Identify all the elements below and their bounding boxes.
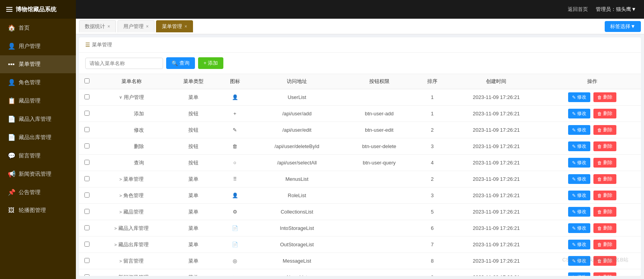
admin-info[interactable]: 管理员：猫头鹰▼	[596, 6, 636, 13]
expand-icon[interactable]: ∨	[119, 95, 122, 100]
row-checkbox[interactable]	[84, 160, 89, 165]
cell-actions: ✎ 修改 🗑 删除	[544, 187, 641, 204]
delete-icon: 🗑	[597, 258, 602, 264]
delete-button[interactable]: 🗑 删除	[593, 207, 616, 217]
sidebar-item-user[interactable]: 👤 用户管理	[0, 37, 76, 55]
tag-select-button[interactable]: 标签选择▼	[605, 21, 641, 32]
row-checkbox[interactable]	[84, 176, 89, 181]
cell-icon: 🗑	[218, 138, 251, 155]
edit-label: 修改	[577, 258, 586, 264]
row-checkbox[interactable]	[84, 111, 89, 116]
row-checkbox[interactable]	[84, 258, 89, 263]
row-checkbox-cell	[79, 253, 95, 269]
hamburger-icon[interactable]	[6, 7, 12, 12]
edit-button[interactable]: ✎ 修改	[568, 109, 590, 118]
query-button[interactable]: 🔍 查询	[166, 57, 195, 69]
cell-url: UserList	[251, 89, 343, 106]
cell-name: > 角色管理	[95, 187, 168, 204]
sidebar-item-menu[interactable]: ▪▪▪ 菜单管理	[0, 55, 76, 73]
expand-icon[interactable]: >	[119, 259, 122, 263]
delete-label: 删除	[603, 143, 612, 150]
edit-button[interactable]: ✎ 修改	[568, 207, 590, 217]
edit-button[interactable]: ✎ 修改	[568, 272, 590, 276]
menu-icon: ▪▪▪	[8, 61, 15, 68]
delete-button[interactable]: 🗑 删除	[593, 92, 616, 102]
th-图标: 图标	[218, 74, 251, 89]
select-all-checkbox[interactable]	[84, 78, 89, 83]
delete-button[interactable]: 🗑 删除	[593, 158, 616, 168]
delete-button[interactable]: 🗑 删除	[593, 109, 616, 118]
row-checkbox[interactable]	[84, 127, 89, 132]
tab-close-icon[interactable]: ×	[107, 24, 110, 29]
cell-type: 菜单	[168, 253, 218, 269]
row-checkbox[interactable]	[84, 94, 89, 99]
cell-actions: ✎ 修改 🗑 删除	[544, 237, 641, 253]
edit-button[interactable]: ✎ 修改	[568, 92, 590, 102]
delete-button[interactable]: 🗑 删除	[593, 256, 616, 266]
sidebar-item-role[interactable]: 👤 角色管理	[0, 73, 76, 92]
tab-close-icon[interactable]: ×	[184, 24, 187, 29]
cell-perm: btn-user-edit	[342, 122, 416, 138]
tab-菜单管理[interactable]: 菜单管理×	[156, 20, 193, 32]
tabs-bar: 数据统计×用户管理×菜单管理× 标签选择▼	[76, 19, 644, 34]
delete-label: 删除	[603, 176, 612, 182]
delete-button[interactable]: 🗑 删除	[593, 141, 616, 151]
row-checkbox[interactable]	[84, 274, 89, 276]
cell-sort: 2	[416, 171, 449, 187]
edit-icon: ✎	[572, 242, 576, 247]
row-checkbox[interactable]	[84, 242, 89, 247]
row-checkbox[interactable]	[84, 143, 89, 148]
cell-sort: 7	[416, 237, 449, 253]
expand-icon[interactable]: >	[119, 210, 122, 214]
edit-button[interactable]: ✎ 修改	[568, 158, 590, 168]
edit-button[interactable]: ✎ 修改	[568, 256, 590, 266]
menu-name: 藏品管理	[123, 208, 144, 215]
expand-icon[interactable]: >	[119, 177, 122, 182]
table-row: 添加 按钮 + /api/user/add btn-user-add 1 202…	[79, 106, 641, 122]
delete-button[interactable]: 🗑 删除	[593, 125, 616, 135]
sidebar-item-news[interactable]: 📢 新闻资讯管理	[0, 165, 76, 183]
expand-icon[interactable]: >	[114, 226, 117, 231]
sidebar-item-banner[interactable]: 🖼 轮播图管理	[0, 201, 76, 219]
delete-button[interactable]: 🗑 删除	[593, 191, 616, 200]
edit-button[interactable]: ✎ 修改	[568, 223, 590, 233]
expand-icon[interactable]: >	[114, 242, 117, 247]
tab-close-icon[interactable]: ×	[146, 24, 149, 29]
tab-用户管理[interactable]: 用户管理×	[118, 20, 154, 32]
tab-数据统计[interactable]: 数据统计×	[79, 20, 116, 32]
row-checkbox[interactable]	[84, 209, 89, 214]
edit-button[interactable]: ✎ 修改	[568, 191, 590, 200]
cell-type: 菜单	[168, 269, 218, 276]
delete-button[interactable]: 🗑 删除	[593, 223, 616, 233]
delete-button[interactable]: 🗑 删除	[593, 240, 616, 249]
edit-button[interactable]: ✎ 修改	[568, 174, 590, 184]
delete-button[interactable]: 🗑 删除	[593, 174, 616, 184]
cell-name: > 留言管理	[95, 253, 168, 269]
sidebar-item-notice[interactable]: 📌 公告管理	[0, 183, 76, 201]
row-checkbox[interactable]	[84, 225, 89, 230]
row-checkbox[interactable]	[84, 192, 89, 198]
cell-sort: 8	[416, 253, 449, 269]
edit-button[interactable]: ✎ 修改	[568, 141, 590, 151]
add-button[interactable]: + 添加	[198, 57, 223, 69]
search-input[interactable]	[85, 58, 163, 69]
cell-perm: btn-user-delete	[342, 138, 416, 155]
cell-url: /api/user/deleteById	[251, 138, 343, 155]
cell-type: 菜单	[168, 237, 218, 253]
cell-name: > 藏品入库管理	[95, 220, 168, 237]
delete-button[interactable]: 🗑 删除	[593, 272, 616, 276]
expand-icon[interactable]: >	[119, 193, 122, 198]
edit-button[interactable]: ✎ 修改	[568, 125, 590, 135]
sidebar-header[interactable]: 博物馆藏品系统	[0, 0, 76, 19]
expand-icon[interactable]: >	[114, 275, 117, 276]
sidebar-item-collections[interactable]: 📋 藏品管理	[0, 92, 76, 110]
sidebar-item-message[interactable]: 💬 留言管理	[0, 147, 76, 165]
return-home-link[interactable]: 返回首页	[568, 6, 588, 13]
sidebar-item-in_storage[interactable]: 📄 藏品入库管理	[0, 110, 76, 128]
sidebar: 博物馆藏品系统 🏠 首页👤 用户管理▪▪▪ 菜单管理👤 角色管理📋 藏品管理📄 …	[0, 0, 76, 279]
edit-icon: ✎	[572, 275, 576, 276]
edit-button[interactable]: ✎ 修改	[568, 240, 590, 249]
sidebar-item-home[interactable]: 🏠 首页	[0, 19, 76, 37]
edit-icon: ✎	[572, 95, 576, 100]
sidebar-item-out_storage[interactable]: 📄 藏品出库管理	[0, 128, 76, 147]
